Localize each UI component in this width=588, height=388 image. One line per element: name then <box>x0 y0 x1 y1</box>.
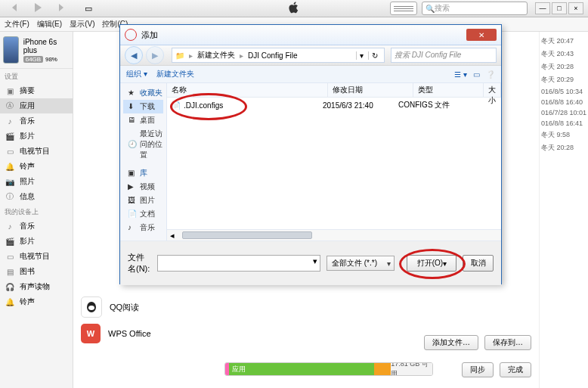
desktop-icon: 🖥 <box>128 116 137 125</box>
dialog-navbar: ◀ ▶ 📁 ▸ 新建文件夹 ▸ DJI Config File ▾↻ 搜索 DJ… <box>120 45 501 66</box>
nav-fwd-button[interactable]: ▶ <box>146 46 164 64</box>
tree-favorites[interactable]: ★收藏夹 <box>123 86 163 100</box>
info-icon: ⓘ <box>5 191 15 202</box>
sidebar-section-settings: 设置 <box>0 69 73 83</box>
sidebar-item2-books[interactable]: ▤图书 <box>0 264 73 279</box>
sidebar-item-ringtone[interactable]: 🔔铃声 <box>0 159 73 174</box>
sidebar-item2-audiobook[interactable]: 🎧有声读物 <box>0 279 73 294</box>
right-dates-column: 冬天 20:47冬天 20:43冬天 20:28冬天 20:29016/8/5 … <box>539 32 588 388</box>
phone-icon <box>3 36 19 64</box>
music-icon: ♪ <box>5 221 15 231</box>
window-min-button[interactable]: — <box>535 2 550 14</box>
sidebar-item-movies[interactable]: 🎬影片 <box>0 129 73 144</box>
dialog-toolbar: 组织 ▾ 新建文件夹 ☰ ▾ ▭ ❔ <box>120 66 501 83</box>
sidebar-item2-tv[interactable]: ▭电视节目 <box>0 249 73 264</box>
sidebar-item2-ringtone[interactable]: 🔔铃声 <box>0 294 73 309</box>
movies-icon: 🎬 <box>5 131 15 141</box>
organize-menu[interactable]: 组织 ▾ <box>126 69 147 79</box>
apps-icon: Ⓐ <box>5 101 15 111</box>
books-icon: ▤ <box>5 266 15 277</box>
sidebar-item-music[interactable]: ♪音乐 <box>0 113 73 129</box>
save-to-button[interactable]: 保存到… <box>484 335 531 350</box>
preview-icon[interactable]: ▭ <box>473 70 480 79</box>
tree-videos[interactable]: ▶视频 <box>123 180 163 194</box>
sidebar-section-device: 我的设备上 <box>0 204 73 219</box>
sidebar-item-summary[interactable]: ▣摘要 <box>0 83 73 98</box>
cancel-button[interactable]: 取消 <box>463 255 494 272</box>
app-name: WPS Office <box>108 329 151 338</box>
device-icon[interactable]: ▭ <box>85 4 92 14</box>
col-size: 大小 <box>484 83 501 97</box>
video-icon: ▶ <box>128 182 137 191</box>
storage-apps-label: 应用 <box>232 365 246 374</box>
add-file-button[interactable]: 添加文件… <box>424 335 478 350</box>
storage-bar: 应用 17.81 GB 可用 <box>224 362 433 376</box>
tree-pictures[interactable]: 🖼图片 <box>123 194 163 207</box>
sidebar-item2-movies[interactable]: 🎬影片 <box>0 234 73 249</box>
menu-view[interactable]: 显示(V) <box>70 19 94 29</box>
sidebar-item-photos[interactable]: 📷照片 <box>0 174 73 189</box>
nav-fwd-icon[interactable] <box>54 2 67 15</box>
tree-documents[interactable]: 📄文档 <box>123 207 163 221</box>
app-icon <box>81 296 102 318</box>
sidebar-item-info[interactable]: ⓘ信息 <box>0 189 73 204</box>
app-icon: W <box>81 324 101 343</box>
music-icon: ♪ <box>5 116 15 126</box>
filename-input[interactable] <box>157 255 320 272</box>
file-open-dialog: 添加 ✕ ◀ ▶ 📁 ▸ 新建文件夹 ▸ DJI Config File ▾↻ … <box>119 24 502 284</box>
global-search-input[interactable]: 🔍 搜索 <box>422 2 528 15</box>
nav-back-icon[interactable] <box>9 2 21 15</box>
tree-recent[interactable]: 🕘最近访问的位置 <box>123 127 163 162</box>
app-row-qq[interactable]: QQ阅读 <box>81 293 531 321</box>
tree-desktop[interactable]: 🖥桌面 <box>123 113 163 127</box>
music-icon: ♪ <box>128 223 137 232</box>
window-close-button[interactable]: × <box>568 2 583 14</box>
col-type: 类型 <box>413 83 484 97</box>
sidebar-item-tv[interactable]: ▭电视节目 <box>0 144 73 159</box>
new-folder-button[interactable]: 新建文件夹 <box>156 69 194 79</box>
breadcrumb[interactable]: 📁 ▸ 新建文件夹 ▸ DJI Config File ▾↻ <box>172 48 385 63</box>
refresh-icon[interactable]: ↻ <box>368 51 381 60</box>
filetype-combo[interactable]: 全部文件 (*.*) <box>326 256 395 271</box>
file-row-dji[interactable]: 📄.DJI.configs 2015/6/3 21:40 CONFIGS 文件 <box>167 98 501 113</box>
filename-label: 文件名(N): <box>128 252 151 275</box>
open-button[interactable]: 打开(O) ▾ <box>407 255 456 272</box>
view-menu-icon[interactable]: ☰ ▾ <box>454 70 467 79</box>
help-icon[interactable]: ❔ <box>486 70 495 79</box>
tv-icon: ▭ <box>5 251 15 262</box>
tree-downloads[interactable]: ⬇下载 <box>123 100 163 113</box>
dialog-search-input[interactable]: 搜索 DJI Config File <box>391 48 497 63</box>
window-max-button[interactable]: □ <box>552 2 567 14</box>
view-list-button[interactable] <box>390 2 417 15</box>
library-icon: ▣ <box>128 169 137 178</box>
menu-edit[interactable]: 编辑(E) <box>37 19 62 29</box>
star-icon: ★ <box>128 88 137 98</box>
dialog-titlebar: 添加 ✕ <box>120 25 501 45</box>
recent-icon: 🕘 <box>128 140 137 149</box>
sidebar-item2-music[interactable]: ♪音乐 <box>0 219 73 234</box>
col-name: 名称 <box>167 83 328 97</box>
picture-icon: 🖼 <box>128 196 137 205</box>
folder-icon: 📁 <box>175 51 184 60</box>
done-button[interactable]: 完成 <box>500 362 531 377</box>
tree-computer[interactable]: 🖥计算机 <box>123 239 163 241</box>
column-headers[interactable]: 名称 修改日期 类型 大小 <box>167 83 501 98</box>
summary-icon: ▣ <box>5 85 15 96</box>
battery-pct: 98% <box>45 56 57 63</box>
horizontal-scrollbar[interactable]: ◂ <box>167 229 501 241</box>
dialog-nav-tree: ★收藏夹 ⬇下载 🖥桌面 🕘最近访问的位置 ▣库 ▶视频 🖼图片 📄文档 ♪音乐… <box>120 83 167 241</box>
apple-logo-icon <box>288 2 300 15</box>
download-icon: ⬇ <box>128 102 137 111</box>
sync-button[interactable]: 同步 <box>462 362 494 377</box>
nav-play-icon[interactable] <box>32 2 44 15</box>
audiobook-icon: 🎧 <box>5 281 15 292</box>
tree-libraries[interactable]: ▣库 <box>123 166 163 180</box>
device-header[interactable]: iPhone 6s plus 64GB 98% <box>0 32 73 69</box>
nav-back-button[interactable]: ◀ <box>125 46 143 64</box>
dialog-close-button[interactable]: ✕ <box>466 29 497 41</box>
tv-icon: ▭ <box>5 146 15 157</box>
sidebar: iPhone 6s plus 64GB 98% 设置 ▣摘要 Ⓐ应用 ♪音乐 🎬… <box>0 32 73 388</box>
tree-music[interactable]: ♪音乐 <box>123 221 163 234</box>
sidebar-item-apps[interactable]: Ⓐ应用 <box>0 98 73 113</box>
menu-file[interactable]: 文件(F) <box>5 19 29 29</box>
